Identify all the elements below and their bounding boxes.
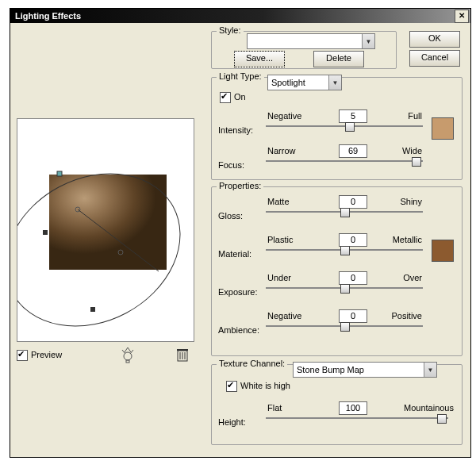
intensity-row: Intensity: Negative 5 Full	[218, 111, 455, 143]
material-row: Material: Plastic 0 Metallic	[218, 235, 455, 267]
preview-label: Preview	[31, 350, 62, 359]
focus-max: Wide	[402, 146, 422, 155]
chevron-down-icon: ▼	[424, 363, 436, 377]
light-type-dropdown[interactable]: Spotlight ▼	[267, 75, 342, 90]
height-value[interactable]: 100	[339, 401, 367, 415]
height-label: Height:	[218, 417, 246, 427]
intensity-thumb[interactable]	[345, 122, 355, 132]
preview-checkbox[interactable]	[17, 350, 28, 361]
intensity-label: Intensity:	[218, 125, 253, 135]
chevron-down-icon: ▼	[328, 75, 341, 90]
intensity-max: Full	[408, 111, 422, 121]
height-max: Mountainous	[404, 403, 454, 413]
style-label: Style:	[217, 25, 244, 35]
ambient-color-swatch[interactable]	[432, 240, 454, 262]
gloss-row: Gloss: Matte 0 Shiny	[218, 197, 455, 228]
exposure-max: Over	[403, 273, 422, 282]
height-row: Height: Flat 100 Mountainous	[218, 403, 455, 435]
material-value[interactable]: 0	[339, 233, 367, 247]
on-checkbox[interactable]	[220, 92, 231, 103]
gloss-max: Shiny	[400, 197, 422, 206]
height-slider[interactable]	[266, 417, 448, 419]
exposure-row: Exposure: Under 0 Over	[218, 273, 455, 305]
trash-icon[interactable]	[177, 348, 188, 362]
svg-rect-8	[126, 360, 129, 363]
focus-slider[interactable]	[266, 160, 423, 162]
height-min: Flat	[267, 403, 282, 413]
ambience-row: Ambience: Negative 0 Positive	[218, 311, 455, 343]
intensity-value[interactable]: 5	[339, 109, 367, 123]
svg-rect-5	[57, 171, 62, 176]
cancel-button[interactable]: Cancel	[409, 50, 460, 67]
properties-group: Properties: Gloss: Matte 0 Shiny Materia…	[211, 186, 463, 356]
properties-label: Properties:	[217, 181, 263, 190]
focus-min: Narrow	[267, 146, 295, 155]
focus-thumb[interactable]	[412, 157, 421, 167]
white-high-label: White is high	[240, 381, 290, 390]
gloss-label: Gloss:	[218, 211, 243, 221]
ok-button[interactable]: OK	[409, 31, 460, 48]
delete-button[interactable]: Delete	[313, 51, 364, 67]
on-label: On	[234, 92, 246, 102]
title-text: Lighting Effects	[15, 11, 81, 21]
svg-point-2	[118, 250, 123, 255]
ambience-max: Positive	[391, 311, 422, 321]
svg-point-7	[124, 352, 132, 360]
chevron-down-icon: ▼	[362, 34, 374, 48]
light-type-group: Light Type: Spotlight ▼ On Intensity: Ne…	[211, 77, 463, 180]
style-dropdown[interactable]: ▼	[247, 33, 375, 49]
lighting-effects-dialog: Lighting Effects ✕ Style: ▼ Save... Dele…	[10, 8, 471, 458]
gloss-value[interactable]: 0	[339, 195, 367, 209]
lightbulb-icon[interactable]	[120, 347, 136, 368]
material-thumb[interactable]	[340, 246, 350, 255]
exposure-value[interactable]: 0	[339, 271, 367, 285]
light-type-value: Spotlight	[268, 78, 328, 87]
svg-point-0	[17, 144, 194, 341]
ambience-label: Ambience:	[218, 325, 259, 335]
material-label: Material:	[218, 249, 251, 259]
style-group: Style: ▼ Save... Delete	[211, 31, 397, 69]
light-color-swatch[interactable]	[432, 117, 454, 140]
material-max: Metallic	[393, 235, 422, 244]
ambience-min: Negative	[267, 311, 301, 321]
texture-value: Stone Bump Map	[294, 365, 424, 374]
titlebar[interactable]: Lighting Effects ✕	[10, 9, 470, 23]
exposure-min: Under	[267, 273, 291, 282]
exposure-label: Exposure:	[218, 287, 258, 297]
svg-rect-6	[90, 307, 95, 312]
gloss-thumb[interactable]	[340, 208, 350, 217]
height-thumb[interactable]	[437, 414, 447, 424]
focus-label: Focus:	[218, 160, 244, 170]
texture-group: Texture Channel: Stone Bump Map ▼ White …	[211, 364, 463, 445]
gloss-min: Matte	[267, 197, 290, 206]
close-button[interactable]: ✕	[455, 10, 469, 23]
svg-rect-13	[177, 349, 188, 351]
save-button[interactable]: Save...	[234, 51, 285, 67]
ambience-thumb[interactable]	[340, 322, 350, 332]
exposure-thumb[interactable]	[340, 284, 350, 294]
intensity-slider[interactable]	[266, 125, 423, 127]
texture-label: Texture Channel:	[217, 359, 287, 368]
svg-rect-4	[43, 230, 48, 235]
material-min: Plastic	[267, 235, 293, 244]
light-gizmo[interactable]	[17, 119, 194, 341]
preview-panel[interactable]	[17, 118, 194, 342]
white-high-checkbox[interactable]	[226, 381, 237, 392]
svg-line-3	[78, 209, 159, 271]
focus-value[interactable]: 69	[339, 144, 367, 158]
light-type-label: Light Type:	[217, 71, 264, 81]
texture-dropdown[interactable]: Stone Bump Map ▼	[293, 362, 437, 378]
focus-row: Focus: Narrow 69 Wide	[218, 146, 455, 178]
intensity-min: Negative	[267, 111, 301, 121]
ambience-value[interactable]: 0	[339, 309, 367, 323]
